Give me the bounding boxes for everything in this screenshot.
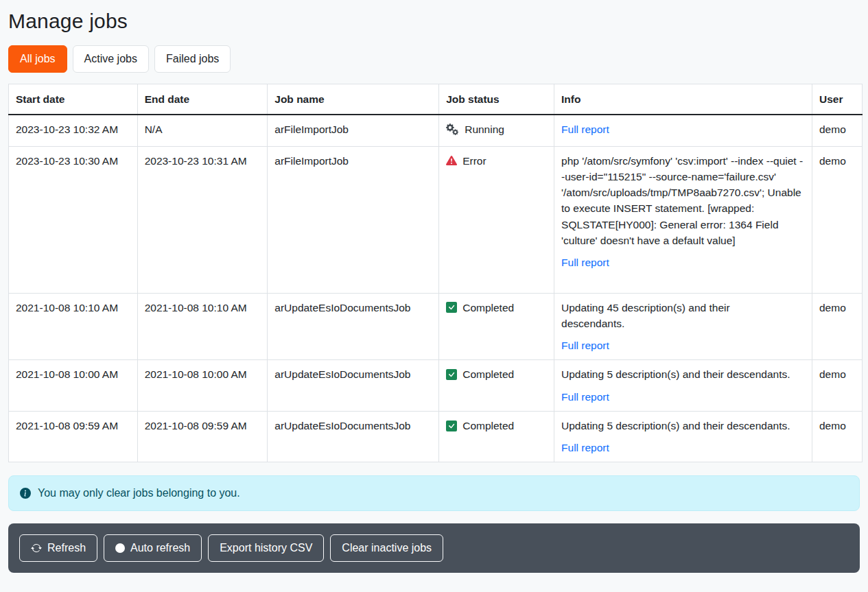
filter-all-jobs-button[interactable]: All jobs bbox=[8, 45, 67, 73]
manage-jobs-page: Manage jobs All jobs Active jobs Failed … bbox=[0, 0, 868, 573]
check-square-icon bbox=[446, 421, 457, 431]
job-name-cell: arFileImportJob bbox=[268, 146, 439, 293]
full-report-link[interactable]: Full report bbox=[561, 340, 609, 351]
column-header-start-date: Start date bbox=[9, 84, 138, 115]
column-header-job-status: Job status bbox=[439, 84, 554, 115]
job-status-cell: Completed bbox=[439, 293, 554, 360]
end-date-cell: 2023-10-23 10:31 AM bbox=[137, 146, 268, 293]
auto-refresh-indicator-icon bbox=[115, 543, 125, 553]
job-status-cell: Completed bbox=[439, 360, 554, 412]
info-cell: Updating 5 description(s) and their desc… bbox=[554, 411, 812, 462]
export-history-csv-button[interactable]: Export history CSV bbox=[208, 534, 324, 562]
user-cell: demo bbox=[812, 146, 862, 293]
info-cell: Updating 5 description(s) and their desc… bbox=[554, 360, 812, 412]
start-date-cell: 2021-10-08 09:59 AM bbox=[9, 411, 138, 462]
end-date-cell: 2021-10-08 10:00 AM bbox=[137, 360, 268, 412]
job-info-text: Updating 5 description(s) and their desc… bbox=[561, 366, 805, 382]
page-title: Manage jobs bbox=[8, 0, 860, 33]
job-name-cell: arUpdateEsIoDocumentsJob bbox=[268, 293, 439, 360]
status-label: Running bbox=[465, 121, 504, 137]
jobs-table: Start date End date Job name Job status … bbox=[8, 84, 863, 462]
job-name-cell: arUpdateEsIoDocumentsJob bbox=[268, 411, 439, 462]
job-filters: All jobs Active jobs Failed jobs bbox=[8, 45, 860, 73]
filter-active-jobs-button[interactable]: Active jobs bbox=[73, 45, 149, 73]
job-info-text: php '/atom/src/symfony' 'csv:import' --i… bbox=[561, 153, 805, 249]
refresh-button[interactable]: Refresh bbox=[19, 534, 97, 562]
user-cell: demo bbox=[812, 293, 862, 360]
job-status-cell: Error bbox=[439, 146, 554, 293]
gears-icon bbox=[446, 123, 459, 135]
status-label: Completed bbox=[462, 366, 514, 382]
start-date-cell: 2021-10-08 10:00 AM bbox=[9, 360, 138, 412]
alert-text: You may only clear jobs belonging to you… bbox=[38, 487, 240, 499]
auto-refresh-button-label: Auto refresh bbox=[130, 541, 190, 556]
info-circle-icon bbox=[20, 488, 31, 499]
table-row: 2023-10-23 10:32 AM N/A arFileImportJob … bbox=[9, 115, 863, 146]
job-info-text: Updating 5 description(s) and their desc… bbox=[561, 418, 805, 434]
info-cell: Updating 45 description(s) and their des… bbox=[554, 293, 812, 360]
check-square-icon bbox=[446, 369, 457, 380]
table-row: 2021-10-08 10:10 AM 2021-10-08 10:10 AM … bbox=[9, 293, 863, 360]
job-info-text: Updating 45 description(s) and their des… bbox=[561, 300, 767, 332]
jobs-action-bar: Refresh Auto refresh Export history CSV … bbox=[8, 523, 860, 573]
table-row: 2023-10-23 10:30 AM 2023-10-23 10:31 AM … bbox=[9, 146, 863, 293]
full-report-link[interactable]: Full report bbox=[561, 257, 609, 268]
info-cell: php '/atom/src/symfony' 'csv:import' --i… bbox=[554, 146, 812, 293]
refresh-button-label: Refresh bbox=[47, 541, 86, 556]
info-alert: You may only clear jobs belonging to you… bbox=[8, 475, 860, 511]
user-cell: demo bbox=[812, 360, 862, 412]
column-header-info: Info bbox=[554, 84, 812, 115]
export-csv-button-label: Export history CSV bbox=[220, 541, 312, 556]
info-cell: Full report bbox=[554, 115, 812, 146]
exclamation-triangle-icon bbox=[446, 155, 457, 166]
start-date-cell: 2021-10-08 10:10 AM bbox=[9, 293, 138, 360]
table-header-row: Start date End date Job name Job status … bbox=[9, 84, 863, 115]
column-header-user: User bbox=[812, 84, 862, 115]
end-date-cell: 2021-10-08 09:59 AM bbox=[137, 411, 268, 462]
start-date-cell: 2023-10-23 10:32 AM bbox=[9, 115, 138, 146]
auto-refresh-button[interactable]: Auto refresh bbox=[104, 534, 202, 562]
status-label: Error bbox=[462, 153, 486, 169]
job-status-cell: Running bbox=[439, 115, 554, 146]
refresh-icon bbox=[31, 543, 42, 554]
job-status-cell: Completed bbox=[439, 411, 554, 462]
user-cell: demo bbox=[812, 411, 862, 462]
column-header-end-date: End date bbox=[137, 84, 268, 115]
check-square-icon bbox=[446, 302, 457, 313]
end-date-cell: N/A bbox=[137, 115, 268, 146]
full-report-link[interactable]: Full report bbox=[561, 123, 609, 135]
filter-failed-jobs-button[interactable]: Failed jobs bbox=[154, 45, 231, 73]
clear-inactive-button-label: Clear inactive jobs bbox=[342, 541, 432, 556]
status-label: Completed bbox=[462, 418, 514, 434]
start-date-cell: 2023-10-23 10:30 AM bbox=[9, 146, 138, 293]
column-header-job-name: Job name bbox=[268, 84, 439, 115]
user-cell: demo bbox=[812, 115, 862, 146]
table-row: 2021-10-08 10:00 AM 2021-10-08 10:00 AM … bbox=[9, 360, 863, 412]
job-name-cell: arFileImportJob bbox=[268, 115, 439, 146]
status-label: Completed bbox=[462, 300, 514, 316]
full-report-link[interactable]: Full report bbox=[561, 391, 609, 403]
job-name-cell: arUpdateEsIoDocumentsJob bbox=[268, 360, 439, 412]
clear-inactive-jobs-button[interactable]: Clear inactive jobs bbox=[330, 534, 443, 562]
full-report-link[interactable]: Full report bbox=[561, 442, 609, 453]
end-date-cell: 2021-10-08 10:10 AM bbox=[137, 293, 268, 360]
table-row: 2021-10-08 09:59 AM 2021-10-08 09:59 AM … bbox=[9, 411, 863, 462]
